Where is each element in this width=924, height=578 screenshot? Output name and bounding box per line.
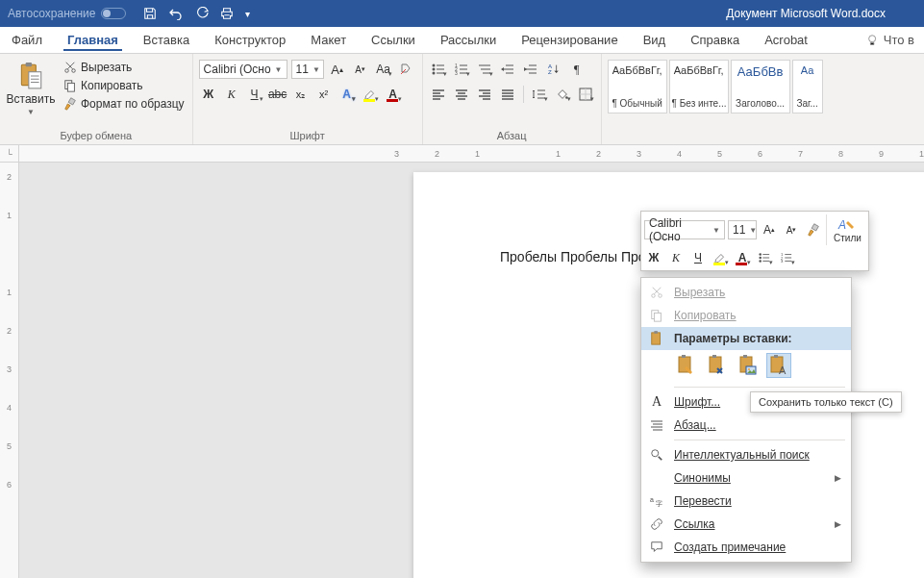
line-spacing-button[interactable]: ▾ xyxy=(530,85,549,104)
ctx-cut[interactable]: Вырезать xyxy=(641,281,851,304)
change-case-button[interactable]: Aa▾ xyxy=(374,60,393,79)
paste-icon xyxy=(17,62,44,90)
font-color-button[interactable]: A▾ xyxy=(384,85,403,104)
paste-picture[interactable] xyxy=(736,353,761,378)
mini-underline[interactable]: Ч xyxy=(688,248,708,267)
copy-button[interactable]: Копировать xyxy=(62,78,187,93)
font-name-combo[interactable]: Calibri (Осно▼ xyxy=(199,60,287,79)
superscript-button[interactable]: x² xyxy=(314,85,334,104)
underline-button[interactable]: Ч▾ xyxy=(245,85,264,104)
mini-format-painter[interactable] xyxy=(804,220,823,239)
font-color-swatch xyxy=(387,99,398,102)
shrink-font-button[interactable]: A▾ xyxy=(351,60,370,79)
svg-point-44 xyxy=(652,450,659,457)
ctx-new-comment[interactable]: Создать примечание xyxy=(641,536,851,559)
strikethrough-button[interactable]: abc xyxy=(268,85,287,104)
horizontal-ruler[interactable]: 3 2 1 1 2 3 4 5 6 7 8 9 10 xyxy=(19,145,924,163)
svg-point-11 xyxy=(432,72,435,75)
redo-icon[interactable] xyxy=(195,7,209,20)
mini-grow-font[interactable]: A▴ xyxy=(760,220,779,239)
svg-point-21 xyxy=(759,253,762,256)
bold-button[interactable]: Ж xyxy=(199,85,218,104)
tab-layout[interactable]: Макет xyxy=(307,29,350,51)
qat-more-icon[interactable]: ▾ xyxy=(245,9,250,19)
paste-text-only[interactable]: A xyxy=(766,353,791,378)
tab-acrobat[interactable]: Acrobat xyxy=(761,29,812,51)
cut-button[interactable]: Вырезать xyxy=(62,60,187,75)
align-right-button[interactable] xyxy=(475,85,494,104)
font-size-combo[interactable]: 11▼ xyxy=(291,60,324,79)
mini-font-combo[interactable]: Calibri (Осно▼ xyxy=(644,220,725,239)
mini-shrink-font[interactable]: A▾ xyxy=(782,220,801,239)
ruler-corner[interactable]: └ xyxy=(0,145,19,163)
tell-me-search[interactable]: Что в xyxy=(866,33,914,47)
ctx-link[interactable]: Ссылка ▶ xyxy=(641,513,851,536)
ctx-translate[interactable]: a字 Перевести xyxy=(641,490,851,513)
bullet-list-button[interactable]: ▾ xyxy=(429,60,448,79)
mini-bold[interactable]: Ж xyxy=(644,248,663,267)
justify-button[interactable] xyxy=(498,85,517,104)
align-center-icon xyxy=(455,88,468,100)
style-normal[interactable]: АаБбВвГг, ¶ Обычный xyxy=(608,60,667,113)
grow-font-button[interactable]: A▴ xyxy=(328,60,347,79)
style-heading1[interactable]: АаБбВв Заголово... xyxy=(731,60,790,113)
ctx-paste-options-label: Параметры вставки: xyxy=(674,332,792,345)
numbered-list-button[interactable]: 123▾ xyxy=(452,60,471,79)
tab-view[interactable]: Вид xyxy=(639,29,670,51)
svg-point-23 xyxy=(759,260,762,263)
mini-highlight[interactable]: ▾ xyxy=(711,248,730,267)
ctx-synonyms[interactable]: Синонимы ▶ xyxy=(641,466,851,490)
paste-keep-source[interactable] xyxy=(674,353,699,378)
increase-indent-button[interactable] xyxy=(521,60,540,79)
ctx-smart-lookup[interactable]: Интеллектуальный поиск xyxy=(641,443,851,466)
text-effects-button[interactable]: A▾ xyxy=(337,85,357,104)
paste-button[interactable]: Вставить ▼ xyxy=(6,58,56,116)
tab-references[interactable]: Ссылки xyxy=(367,29,419,51)
mini-italic[interactable]: К xyxy=(666,248,686,267)
borders-button[interactable]: ▾ xyxy=(576,85,595,104)
highlight-button[interactable]: ▾ xyxy=(361,85,380,104)
title-bar: Автосохранение ▾ Документ Microsoft Word… xyxy=(0,0,924,27)
mini-numbering[interactable]: 123▾ xyxy=(777,248,796,267)
align-center-button[interactable] xyxy=(452,85,471,104)
vertical-ruler[interactable]: 2 1 1 2 3 4 5 6 xyxy=(0,163,19,578)
style-no-spacing[interactable]: АаБбВвГг, ¶ Без инте... xyxy=(669,60,729,113)
svg-rect-7 xyxy=(67,83,74,91)
tab-help[interactable]: Справка xyxy=(687,29,743,51)
align-left-button[interactable] xyxy=(429,85,448,104)
decrease-indent-button[interactable] xyxy=(498,60,517,79)
tab-home[interactable]: Главная xyxy=(63,29,122,51)
clipboard-icon xyxy=(649,331,664,346)
tab-insert[interactable]: Вставка xyxy=(139,29,193,51)
sort-button[interactable]: AZ xyxy=(544,60,563,79)
clear-formatting-button[interactable] xyxy=(397,60,416,79)
mini-bullets[interactable]: ▾ xyxy=(755,248,774,267)
ribbon: Вставить ▼ Вырезать Копировать Формат по… xyxy=(0,54,924,145)
quick-print-icon[interactable] xyxy=(220,7,234,20)
autosave-toggle[interactable]: Автосохранение xyxy=(8,7,126,20)
tab-file[interactable]: Файл xyxy=(8,29,46,51)
shading-button[interactable]: ▾ xyxy=(553,85,572,104)
subscript-button[interactable]: x₂ xyxy=(291,85,311,104)
paste-merge[interactable] xyxy=(705,353,730,378)
tab-design[interactable]: Конструктор xyxy=(211,29,289,51)
save-icon[interactable] xyxy=(143,7,157,20)
svg-point-4 xyxy=(65,69,69,73)
multilevel-list-button[interactable]: ▾ xyxy=(475,60,494,79)
format-painter-button[interactable]: Формат по образцу xyxy=(62,96,187,112)
tab-review[interactable]: Рецензирование xyxy=(517,29,621,51)
mini-size-combo[interactable]: 11▼ xyxy=(728,220,757,239)
style-heading2[interactable]: Аа Заг... xyxy=(792,60,823,113)
mini-font-color[interactable]: A▾ xyxy=(733,248,752,267)
chevron-down-icon: ▼ xyxy=(275,65,283,74)
ctx-copy[interactable]: Копировать xyxy=(641,304,851,327)
undo-icon[interactable] xyxy=(168,7,184,20)
mini-styles-button[interactable]: A Стили xyxy=(830,217,865,243)
ctx-paragraph-label: Абзац... xyxy=(674,418,716,432)
tab-mailings[interactable]: Рассылки xyxy=(437,29,500,51)
show-hide-button[interactable]: ¶ xyxy=(567,60,587,79)
translate-icon: a字 xyxy=(649,493,664,509)
italic-button[interactable]: К xyxy=(222,85,241,104)
eraser-icon xyxy=(399,62,414,77)
ctx-paragraph[interactable]: Абзац... xyxy=(641,414,851,437)
